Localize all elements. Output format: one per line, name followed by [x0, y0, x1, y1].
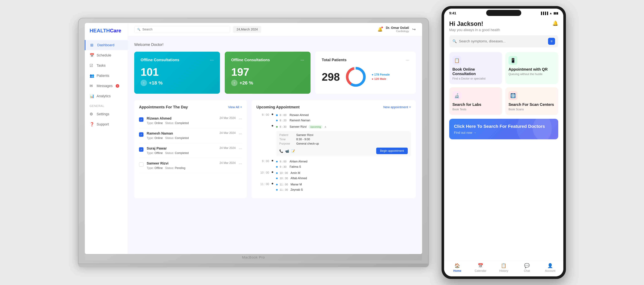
search-input[interactable]: [142, 28, 227, 31]
schedule-icon: 📅: [90, 53, 94, 58]
stat-arrow-2: ↑: [231, 80, 238, 86]
video-icon[interactable]: 📹: [285, 149, 289, 153]
expand-icon[interactable]: ∧: [324, 125, 326, 129]
phone-app: Hi Jackson! May you always in a good hea…: [444, 16, 563, 260]
appointments-section: Appointments For The Day View All + ✓: [134, 100, 247, 198]
appt-meta-3: Type: Offline Status: Completed: [147, 152, 216, 155]
sidebar-item-tasks[interactable]: ☑ Tasks: [85, 60, 128, 70]
service-card-qr[interactable]: 📱 Appointment with QR Queuing without th…: [505, 52, 558, 84]
detail-patient: Sameer Rizvi: [296, 134, 313, 137]
main-content: 🔍 24,March 2024 🔔 Dr. Omar Dolati Cardio…: [128, 23, 422, 254]
stat-number-2: 197: [231, 66, 304, 78]
view-all-button[interactable]: View All +: [228, 105, 242, 109]
detail-time: 8:30 - 9:00: [296, 138, 310, 141]
book-online-icon: 📋: [452, 56, 461, 65]
topbar-right: 🔔 Dr. Omar Dolati Cardiology ↪: [378, 26, 416, 33]
notes-icon[interactable]: 📝: [291, 149, 295, 153]
nav-item-account[interactable]: 👤 Account: [538, 263, 562, 272]
upcoming-header: Upcoming Appointment New appointment +: [256, 105, 411, 109]
time-label: 9 : 00: [256, 159, 269, 163]
search-box[interactable]: 🔍: [134, 26, 230, 33]
general-section-label: GENERAL: [85, 101, 128, 109]
stat-card-offline-1: Offline Consultations ··· 101 ↑ +18 %: [134, 52, 220, 94]
stat-title-2: Offline Consultations: [231, 58, 270, 62]
appt-checkbox-2[interactable]: ✓: [139, 132, 144, 137]
greeting-text: Hi Jackson!: [449, 20, 500, 27]
nav-label: Calendar: [475, 269, 486, 272]
sidebar-item-analytics[interactable]: 📊 Analytics: [85, 91, 128, 101]
list-item: 9 : 00 Ahlam Ahmed: [276, 159, 411, 164]
event-name: Manar M: [290, 183, 302, 186]
calendar-icon: 📅: [478, 263, 483, 268]
service-sub: Queuing without the hustle: [508, 72, 555, 76]
appt-more-1[interactable]: ···: [239, 116, 242, 121]
sidebar-item-messages[interactable]: ✉ Messages 9: [85, 81, 128, 91]
stat-number-1: 101: [140, 66, 214, 78]
sidebar-item-patients[interactable]: 👥 Patients: [85, 70, 128, 81]
tasks-icon: ☑: [90, 63, 94, 68]
laptop-brand: MacBook Pro: [242, 255, 265, 260]
stat-card-offline-2: Offline Consultations ··· 197 ↑ +26 %: [225, 52, 310, 94]
donut-chart: [345, 66, 367, 88]
nav-item-home[interactable]: 🏠 Home: [446, 263, 469, 272]
phone-icon[interactable]: 📞: [279, 149, 283, 153]
phone-filter-button[interactable]: ≡: [548, 38, 555, 45]
table-row: ✓ Ramesh Naman Type: Online Status: Comp…: [139, 128, 242, 143]
appointments-title: Appointments For The Day: [139, 105, 188, 109]
appt-more-3[interactable]: ···: [239, 146, 242, 151]
appt-info-2: Ramesh Naman Type: Online Status: Comple…: [147, 131, 216, 140]
event-name: Fatima S: [290, 165, 301, 168]
stat-more-1[interactable]: ···: [210, 58, 214, 62]
phone-search-input[interactable]: [459, 39, 546, 43]
list-item: 11 : 30 Zeynab S: [276, 187, 411, 192]
status-icons: ▐▐▐▐ ▲ ▮▮▮: [540, 12, 558, 15]
sidebar-item-settings[interactable]: ⚙ Settings: [85, 109, 128, 119]
messages-icon: ✉: [90, 84, 94, 88]
dashboard-icon: ⊞: [90, 43, 95, 47]
stats-row: Offline Consultations ··· 101 ↑ +18 %: [134, 52, 416, 94]
phone-bell-icon[interactable]: 🔔: [552, 20, 558, 26]
notification-bell[interactable]: 🔔: [378, 27, 382, 32]
event-name: Zeynab S: [290, 188, 303, 192]
nav-item-history[interactable]: 📋 History: [492, 263, 515, 272]
new-appointment-button[interactable]: New appointment +: [383, 105, 411, 109]
list-item: 11 : 00 Manar M: [276, 182, 411, 187]
notification-dot: [381, 26, 383, 28]
service-card-scans[interactable]: 🩻 Search For Scan Centers Book Scans: [505, 87, 558, 115]
stat-more-2[interactable]: ···: [300, 58, 304, 62]
appt-checkbox-4[interactable]: [139, 162, 144, 167]
patients-more[interactable]: ···: [406, 58, 409, 62]
table-row: Sameer Rizvi Type: Offline Status: Pendi…: [139, 158, 242, 173]
nav-label: Home: [453, 269, 461, 272]
nav-item-chat[interactable]: 💬 Chat: [515, 263, 539, 272]
sidebar-item-label: Support: [96, 122, 109, 126]
bottom-row: Appointments For The Day View All + ✓: [134, 100, 416, 198]
nav-item-calendar[interactable]: 📅 Calendar: [469, 263, 492, 272]
appt-more-2[interactable]: ···: [239, 131, 242, 136]
donut-labels: ● 178 Female ● 120 Male: [372, 73, 390, 81]
laptop-bottom: MacBook Pro: [85, 254, 422, 260]
sidebar-item-schedule[interactable]: 📅 Schedule: [85, 50, 128, 60]
logout-icon[interactable]: ↪: [412, 27, 416, 32]
begin-appointment-button[interactable]: Begin appointment: [376, 148, 408, 154]
phone-search-box[interactable]: 🔍 ≡: [449, 35, 558, 47]
appt-info-1: Rizwan Ahmed Type: Online Status: Comple…: [147, 116, 216, 125]
featured-doctors-banner[interactable]: Click Here To Search For Featured Doctor…: [449, 119, 558, 139]
sidebar-item-support[interactable]: ❓ Support: [85, 119, 128, 130]
phone-screen: 9:41 ▐▐▐▐ ▲ ▮▮▮ Hi Jackson! May you alwa…: [444, 8, 563, 276]
appt-checkbox-3[interactable]: ✓: [139, 147, 144, 152]
appt-checkbox-1[interactable]: ✓: [139, 117, 144, 122]
analytics-icon: 📊: [90, 94, 94, 98]
appt-more-4[interactable]: ···: [239, 161, 242, 166]
signal-icon: ▐▐▐▐: [540, 12, 548, 15]
appt-name-3: Suraj Pawar: [147, 146, 216, 150]
sidebar-item-label: Analytics: [96, 94, 111, 98]
featured-link[interactable]: Find out now →: [454, 131, 554, 134]
logo-care: Care: [110, 28, 121, 34]
action-icons: 📞 📹 📝: [279, 149, 295, 153]
sidebar-item-dashboard[interactable]: ⊞ Dashboard: [85, 40, 128, 50]
service-card-labs[interactable]: 🔬 Search for Labs Book Tests: [449, 87, 502, 115]
service-card-book-online[interactable]: 📋 Book Online Consultation Find a Doctor…: [449, 52, 502, 84]
battery-icon: ▮▮▮: [554, 12, 558, 15]
laptop-base: [78, 264, 429, 267]
